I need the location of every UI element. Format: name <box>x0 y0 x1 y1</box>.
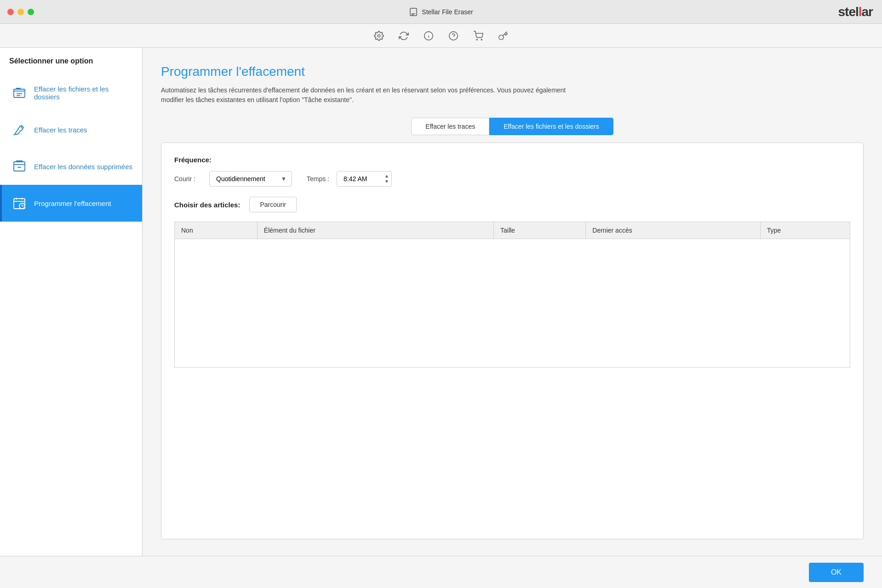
page-description: Automatisez les tâches récurrentes d'eff… <box>161 86 575 105</box>
sidebar-item-schedule[interactable]: Programmer l'effacement <box>0 185 142 222</box>
frequency-section: Fréquence: Courir : Quotidiennement Hebd… <box>174 156 850 187</box>
info-icon[interactable] <box>422 29 435 43</box>
col-acces: Dernier accès <box>586 222 760 239</box>
schedule-icon <box>11 195 28 211</box>
svg-point-7 <box>449 31 458 40</box>
main-layout: Sélectionner une option Effacer les fich… <box>0 48 882 556</box>
svg-rect-14 <box>14 162 25 171</box>
frequency-select-wrapper: Quotidiennement Hebdomadairement Mensuel… <box>209 171 292 187</box>
run-label: Courir : <box>174 175 202 183</box>
settings-icon[interactable] <box>372 29 386 43</box>
tab-traces[interactable]: Effacer les traces <box>411 118 489 135</box>
toolbar <box>0 24 882 48</box>
logo-accent: l <box>859 5 862 19</box>
window-controls <box>7 9 34 15</box>
sidebar-title: Sélectionner une option <box>0 57 142 74</box>
refresh-icon[interactable] <box>397 29 411 43</box>
ok-button[interactable]: OK <box>809 563 864 582</box>
empty-table-cell <box>175 239 850 368</box>
time-spinners: ▲ ▼ <box>383 171 391 187</box>
files-folders-icon <box>11 85 28 101</box>
browse-button[interactable]: Parcourir <box>249 197 297 212</box>
frequency-label: Fréquence: <box>174 156 850 164</box>
svg-point-3 <box>378 34 380 37</box>
file-table: Non Élément du fichier Taille Dernier ac… <box>174 222 850 368</box>
bottom-bar: OK <box>0 556 882 588</box>
col-non: Non <box>175 222 258 239</box>
time-decrement-button[interactable]: ▼ <box>383 179 391 184</box>
sidebar-label-schedule: Programmer l'effacement <box>34 200 111 207</box>
close-button[interactable] <box>7 9 14 15</box>
schedule-panel: Fréquence: Courir : Quotidiennement Hebd… <box>161 143 864 539</box>
col-element: Élément du fichier <box>257 222 493 239</box>
svg-point-10 <box>481 39 482 40</box>
frequency-row: Courir : Quotidiennement Hebdomadairemen… <box>174 171 850 187</box>
time-label: Temps : <box>307 175 329 183</box>
sidebar-label-traces: Effacer les traces <box>34 126 87 134</box>
maximize-button[interactable] <box>28 9 34 15</box>
cart-icon[interactable] <box>471 29 485 43</box>
window-title: Stellar File Eraser <box>422 8 473 16</box>
deleted-icon <box>11 158 28 175</box>
stellar-logo: stellar <box>838 5 873 19</box>
svg-rect-11 <box>14 89 25 97</box>
choose-label: Choisir des articles: <box>174 201 240 209</box>
minimize-button[interactable] <box>17 9 24 15</box>
key-icon[interactable] <box>496 29 510 43</box>
col-type: Type <box>760 222 850 239</box>
tab-files[interactable]: Effacer les fichiers et les dossiers <box>489 118 613 135</box>
sidebar-item-deleted[interactable]: Effacer les données supprimées <box>0 148 142 185</box>
app-icon <box>409 7 418 17</box>
table-body <box>175 239 850 368</box>
sidebar-item-files-folders[interactable]: Effacer les fichiers et les dossiers <box>0 74 142 111</box>
title-bar: Stellar File Eraser stellar <box>0 0 882 24</box>
table-header: Non Élément du fichier Taille Dernier ac… <box>175 222 850 239</box>
choose-row: Choisir des articles: Parcourir <box>174 197 850 212</box>
tabs-container: Effacer les traces Effacer les fichiers … <box>161 118 864 135</box>
page-title: Programmer l'effacement <box>161 64 864 79</box>
content-area: Programmer l'effacement Automatisez les … <box>143 48 882 556</box>
window-title-container: Stellar File Eraser <box>409 7 473 17</box>
frequency-select[interactable]: Quotidiennement Hebdomadairement Mensuel… <box>209 171 292 187</box>
sidebar-item-traces[interactable]: Effacer les traces <box>0 111 142 148</box>
help-icon[interactable] <box>447 29 460 43</box>
sidebar: Sélectionner une option Effacer les fich… <box>0 48 143 556</box>
time-input-wrapper: ▲ ▼ <box>337 171 392 187</box>
sidebar-label-files: Effacer les fichiers et les dossiers <box>34 85 133 101</box>
svg-point-9 <box>476 39 477 40</box>
col-taille: Taille <box>494 222 586 239</box>
traces-icon <box>11 121 28 138</box>
sidebar-label-deleted: Effacer les données supprimées <box>34 163 132 171</box>
time-increment-button[interactable]: ▲ <box>383 173 391 179</box>
